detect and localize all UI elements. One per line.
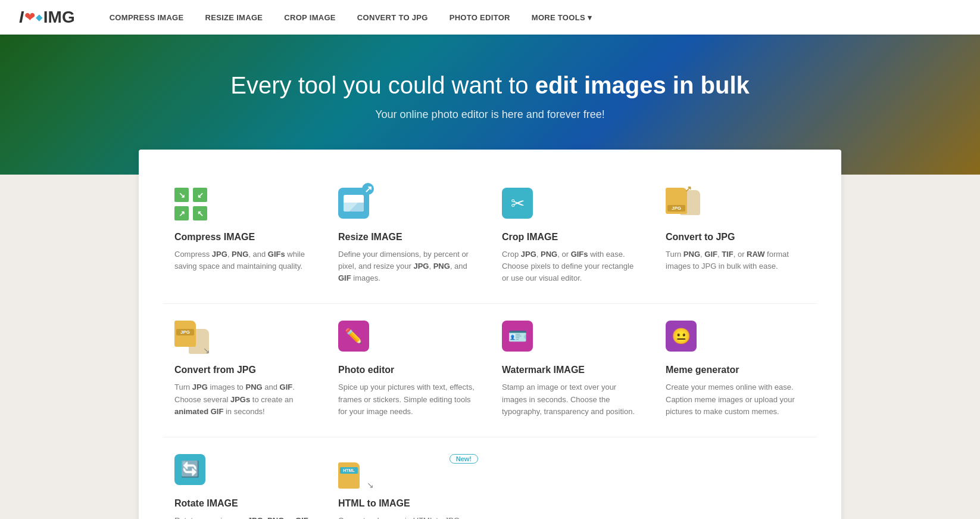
tool-html-to-image[interactable]: New! HTML ↘ HTML to IMAGE Convert webpag… (326, 437, 490, 519)
convert-jpg-desc: Turn PNG, GIF, TIF, or RAW format images… (666, 248, 806, 272)
nav-resize-image[interactable]: RESIZE IMAGE (195, 0, 274, 35)
resize-icon: ↗ (338, 188, 373, 222)
meme-icon: 😐 (666, 321, 700, 355)
nav-convert-to-jpg[interactable]: CONVERT TO JPG (347, 0, 439, 35)
nav-more-tools[interactable]: MORE TOOLS ▾ (521, 0, 603, 35)
compress-icon: ↘ ↙ ↗ ↖ (174, 188, 209, 222)
nav-links: COMPRESS IMAGE RESIZE IMAGE CROP IMAGE C… (99, 0, 603, 35)
rotate-title: Rotate IMAGE (174, 498, 314, 509)
logo-diamond-icon: ◆ (36, 12, 43, 23)
watermark-icon: 🪪 (502, 321, 536, 355)
tool-resize-image[interactable]: ↗ Resize IMAGE Define your dimensions, b… (326, 171, 490, 304)
html-icon: HTML ↘ (338, 454, 374, 489)
rotate-icon: 🔄 (174, 454, 209, 489)
from-jpg-desc: Turn JPG images to PNG and GIF. Choose s… (174, 381, 314, 417)
navbar: I ❤ ◆ IMG COMPRESS IMAGE RESIZE IMAGE CR… (0, 0, 980, 35)
nav-photo-editor[interactable]: PHOTO EDITOR (439, 0, 521, 35)
rotate-desc: Rotate many images JPG, PNG or GIF at sa… (174, 515, 314, 519)
from-jpg-icon: JPG ↘ (174, 321, 209, 355)
convert-jpg-icon: JPG ↗ (666, 188, 700, 222)
main-content: ↘ ↙ ↗ ↖ Compress IMAGE Compress JPG, PNG… (139, 150, 841, 519)
photo-editor-desc: Spice up your pictures with text, effect… (338, 381, 478, 417)
resize-title: Resize IMAGE (338, 232, 478, 243)
tool-watermark-image[interactable]: 🪪 Watermark IMAGE Stamp an image or text… (490, 304, 654, 437)
photo-editor-icon: ✏️ (338, 321, 373, 355)
logo-heart-icon: ❤ (24, 10, 35, 25)
compress-title: Compress IMAGE (174, 232, 314, 243)
logo-i: I (19, 8, 24, 27)
convert-jpg-title: Convert to JPG (666, 232, 806, 243)
watermark-desc: Stamp an image or text over your images … (502, 381, 642, 417)
watermark-title: Watermark IMAGE (502, 365, 642, 375)
resize-desc: Define your dimensions, by percent or pi… (338, 248, 478, 284)
tool-compress-image[interactable]: ↘ ↙ ↗ ↖ Compress IMAGE Compress JPG, PNG… (163, 171, 326, 304)
meme-title: Meme generator (666, 365, 806, 375)
logo[interactable]: I ❤ ◆ IMG (19, 8, 75, 27)
nav-crop-image[interactable]: CROP IMAGE (273, 0, 347, 35)
tool-crop-image[interactable]: ✂ Crop IMAGE Crop JPG, PNG, or GIFs with… (490, 171, 654, 304)
photo-editor-title: Photo editor (338, 365, 478, 375)
tool-convert-to-jpg[interactable]: JPG ↗ Convert to JPG Turn PNG, GIF, TIF,… (654, 171, 817, 304)
crop-title: Crop IMAGE (502, 232, 642, 243)
tools-grid: ↘ ↙ ↗ ↖ Compress IMAGE Compress JPG, PNG… (163, 171, 817, 519)
tool-convert-from-jpg[interactable]: JPG ↘ Convert from JPG Turn JPG images t… (163, 304, 326, 437)
html-title: HTML to IMAGE (338, 498, 478, 509)
crop-desc: Crop JPG, PNG, or GIFs with ease. Choose… (502, 248, 642, 284)
tool-meme-generator[interactable]: 😐 Meme generator Create your memes onlin… (654, 304, 817, 437)
logo-img: IMG (43, 8, 75, 27)
hero-subheadline: Your online photo editor is here and for… (12, 108, 968, 121)
html-desc: Convert webpages in HTML to JPG or SVG. … (338, 515, 478, 519)
compress-desc: Compress JPG, PNG, and GIFs while saving… (174, 248, 314, 272)
crop-icon: ✂ (502, 188, 536, 222)
nav-compress-image[interactable]: COMPRESS IMAGE (99, 0, 195, 35)
hero-headline: Every tool you could want to edit images… (12, 70, 968, 100)
tool-rotate-image[interactable]: 🔄 Rotate IMAGE Rotate many images JPG, P… (163, 437, 326, 519)
from-jpg-title: Convert from JPG (174, 365, 314, 375)
new-badge: New! (450, 454, 478, 464)
tool-photo-editor[interactable]: ✏️ Photo editor Spice up your pictures w… (326, 304, 490, 437)
meme-desc: Create your memes online with ease. Capt… (666, 381, 806, 417)
